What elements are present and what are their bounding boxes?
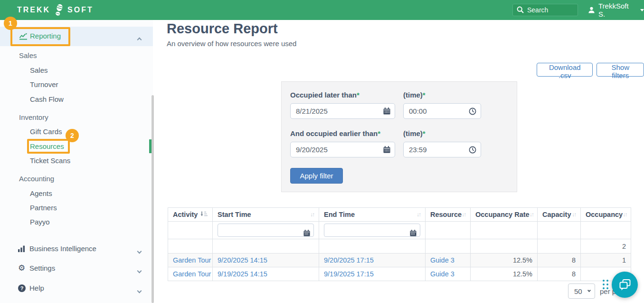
sidebar-section-sales: Sales bbox=[0, 51, 153, 60]
occupancy-rate-cell: 12.5% bbox=[471, 254, 538, 267]
chat-widget-button[interactable] bbox=[612, 272, 638, 298]
sidebar-item-business-intelligence[interactable]: Business Intelligence bbox=[0, 244, 153, 254]
sort-arrows-icon[interactable]: ↓↑ bbox=[417, 211, 420, 218]
chevron-down-icon bbox=[587, 289, 591, 292]
sidebar-item-sales[interactable]: Sales bbox=[0, 66, 153, 75]
user-menu[interactable]: TrekkSoft S. bbox=[588, 0, 644, 20]
chart-line-icon bbox=[19, 33, 28, 42]
occupied-later-field bbox=[290, 103, 395, 119]
table-row: Garden Tour 9/20/2025 14:15 9/20/2025 17… bbox=[168, 254, 631, 267]
table-header-row: Activity Start Time↓↑ End Time↓↑ Resourc… bbox=[168, 208, 631, 222]
time-from-field bbox=[403, 103, 481, 119]
end-time-link[interactable]: 9/19/2025 17:15 bbox=[324, 270, 374, 278]
clock-icon[interactable] bbox=[469, 146, 476, 156]
sidebar-item-help[interactable]: ? Help bbox=[0, 283, 153, 293]
occupied-earlier-label: And occupied earlier than* bbox=[290, 129, 380, 137]
per-page-select[interactable]: 50 bbox=[568, 283, 595, 299]
sort-arrows-icon[interactable]: ↓↑ bbox=[310, 211, 314, 218]
sidebar-item-turnover[interactable]: Turnover bbox=[0, 80, 153, 89]
start-time-link[interactable]: 9/19/2025 14:15 bbox=[218, 270, 267, 278]
resource-link[interactable]: Guide 3 bbox=[430, 256, 455, 264]
top-bar: TREKK SOFT TrekkSoft S. bbox=[0, 0, 644, 20]
capacity-cell: 8 bbox=[538, 254, 581, 267]
start-time-link[interactable]: 9/20/2025 14:15 bbox=[218, 256, 267, 264]
end-time-link[interactable]: 9/20/2025 17:15 bbox=[324, 256, 374, 264]
sidebar-item-agents[interactable]: Agents bbox=[0, 189, 153, 198]
search-icon bbox=[517, 6, 524, 15]
chat-icon bbox=[618, 279, 632, 291]
occupied-earlier-input[interactable] bbox=[290, 142, 395, 157]
end-time-filter-input[interactable] bbox=[324, 224, 420, 237]
sidebar-item-payyo[interactable]: Payyo bbox=[0, 217, 153, 227]
occupied-later-input[interactable] bbox=[290, 103, 395, 119]
col-end-time[interactable]: End Time↓↑ bbox=[319, 208, 426, 222]
drag-handle-dots-icon[interactable] bbox=[603, 280, 608, 289]
sidebar-item-ticket-scans[interactable]: Ticket Scans bbox=[0, 156, 153, 166]
resource-report-page: TREKK SOFT TrekkSoft S. bbox=[0, 0, 644, 303]
global-search bbox=[512, 4, 578, 16]
start-time-filter-input[interactable] bbox=[218, 224, 314, 237]
sort-arrows-icon[interactable]: ↓↑ bbox=[572, 211, 576, 218]
resource-link[interactable]: Guide 3 bbox=[430, 270, 455, 278]
sidebar-item-reporting[interactable]: Reporting bbox=[0, 27, 153, 46]
filter-panel: Occupied later than* (time)* And occupie… bbox=[281, 81, 517, 192]
chevron-down-icon bbox=[138, 246, 141, 255]
filter-activity-cell bbox=[168, 222, 213, 239]
annotation-step-1-badge: 1 bbox=[4, 17, 17, 30]
page-subtitle: An overview of how resources were used bbox=[167, 39, 296, 48]
col-occupancy[interactable]: Occupancy↓↑ bbox=[581, 208, 631, 222]
occupied-later-label: Occupied later than* bbox=[290, 91, 360, 99]
calendar-icon[interactable] bbox=[303, 230, 310, 238]
clock-icon[interactable] bbox=[469, 108, 476, 117]
summary-occupancy: 2 bbox=[581, 239, 631, 254]
sort-arrows-icon[interactable]: ↓↑ bbox=[530, 211, 533, 218]
page-actions: Download .csv Show filters bbox=[537, 63, 644, 77]
calendar-icon[interactable] bbox=[383, 146, 390, 155]
col-activity[interactable]: Activity bbox=[168, 208, 213, 222]
user-icon bbox=[588, 6, 595, 14]
trekksoft-logo[interactable]: TREKK SOFT bbox=[17, 0, 94, 20]
sort-amount-icon[interactable] bbox=[200, 211, 208, 218]
filter-start-time-cell bbox=[213, 222, 319, 239]
col-resource[interactable]: Resource↓↑ bbox=[426, 208, 471, 222]
sidebar-item-partners[interactable]: Partners bbox=[0, 203, 153, 213]
col-capacity[interactable]: Capacity↓↑ bbox=[538, 208, 581, 222]
logo-text-soft: SOFT bbox=[67, 6, 94, 14]
col-occupancy-rate[interactable]: Occupancy Rate↓↑ bbox=[471, 208, 538, 222]
occupied-earlier-field bbox=[290, 142, 395, 157]
sort-arrows-icon[interactable]: ↓↑ bbox=[623, 211, 626, 218]
page-title: Resource Report bbox=[167, 21, 278, 37]
sidebar-item-settings[interactable]: ⚙ Settings bbox=[0, 264, 153, 273]
activity-link[interactable]: Garden Tour bbox=[173, 256, 211, 264]
time-to-label: (time)* bbox=[403, 129, 426, 137]
filter-end-time-cell bbox=[319, 222, 426, 239]
sidebar-item-cash-flow[interactable]: Cash Flow bbox=[0, 95, 153, 104]
chevron-down-icon bbox=[138, 285, 141, 295]
help-icon: ? bbox=[18, 284, 26, 292]
apply-filter-button[interactable]: Apply filter bbox=[290, 168, 343, 184]
calendar-icon[interactable] bbox=[410, 230, 417, 238]
capacity-cell: 8 bbox=[538, 267, 581, 281]
user-name: TrekkSoft S. bbox=[598, 2, 636, 18]
download-csv-button[interactable]: Download .csv bbox=[537, 63, 593, 77]
show-filters-button[interactable]: Show filters bbox=[597, 63, 644, 77]
footprint-icon bbox=[54, 4, 64, 16]
gear-icon: ⚙ bbox=[18, 264, 25, 272]
sidebar-section-accounting: Accounting bbox=[0, 174, 153, 184]
annotation-step-2-badge: 2 bbox=[66, 129, 79, 142]
calendar-icon[interactable] bbox=[383, 108, 390, 117]
time-from-label: (time)* bbox=[403, 91, 426, 99]
sidebar-item-resources[interactable]: Resources bbox=[0, 142, 153, 151]
caret-down-icon bbox=[640, 9, 644, 11]
sidebar-scrollbar[interactable] bbox=[152, 95, 154, 303]
bar-chart-icon bbox=[18, 245, 25, 254]
sidebar-item-label: Reporting bbox=[30, 32, 61, 40]
sort-arrows-icon[interactable]: ↓↑ bbox=[462, 211, 465, 218]
table-row: Garden Tour 9/19/2025 14:15 9/19/2025 17… bbox=[168, 267, 631, 281]
resource-report-table: Activity Start Time↓↑ End Time↓↑ Resourc… bbox=[168, 207, 631, 281]
activity-link[interactable]: Garden Tour bbox=[173, 270, 211, 278]
chevron-up-icon bbox=[138, 35, 141, 43]
col-start-time[interactable]: Start Time↓↑ bbox=[213, 208, 319, 222]
chevron-down-icon bbox=[138, 265, 141, 275]
table-filter-row bbox=[168, 222, 631, 239]
